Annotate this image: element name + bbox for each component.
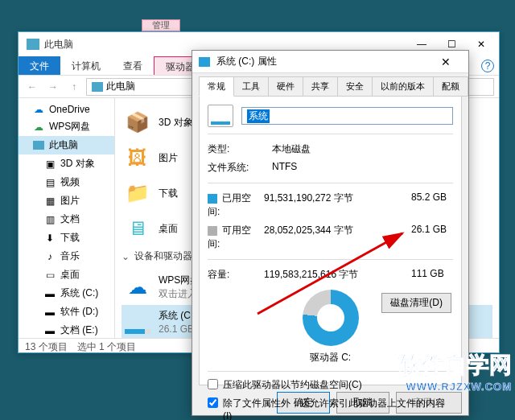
folder-icon: 📦: [123, 108, 152, 137]
close-button[interactable]: ✕: [430, 51, 462, 73]
dialog-tabs: 常规 工具 硬件 共享 安全 以前的版本 配额: [192, 73, 468, 97]
cloud-icon: ☁: [33, 104, 44, 115]
tab-security[interactable]: 安全: [337, 76, 373, 97]
cube-icon: ▣: [44, 159, 56, 170]
properties-dialog: 系统 (C:) 属性 ✕ 常规 工具 硬件 共享 安全 以前的版本 配额 系统 …: [192, 50, 469, 416]
value-used-bytes: 91,531,190,272 字节: [264, 191, 405, 219]
value-cap-bytes: 119,583,215,616 字节: [264, 268, 405, 282]
value-used-gb: 85.2 GB: [411, 191, 453, 219]
pc-icon: [27, 39, 39, 50]
desktop-icon: ▭: [44, 270, 56, 281]
sidebar-item-desktop[interactable]: ▭桌面: [19, 266, 114, 284]
folder-icon: 🖥: [123, 214, 152, 243]
music-icon: ♪: [44, 251, 56, 262]
folder-icon: 🖼: [123, 143, 152, 172]
value-free-gb: 26.1 GB: [411, 224, 453, 251]
label-capacity: 容量:: [208, 268, 258, 282]
free-swatch-icon: [208, 226, 217, 236]
tab-quota[interactable]: 配额: [433, 76, 468, 97]
sidebar-item-videos[interactable]: ▤视频: [19, 173, 114, 191]
breadcrumb-text: 此电脑: [106, 80, 135, 93]
window-controls: — ☐ ✕: [407, 39, 496, 50]
video-icon: ▤: [44, 177, 56, 188]
label-type: 类型:: [208, 142, 266, 156]
drive-icon: [123, 308, 152, 337]
sidebar-item-pictures[interactable]: ▦图片: [19, 191, 114, 210]
drive-icon: ▬: [44, 307, 56, 318]
usage-pie-chart: [303, 290, 359, 346]
sidebar-item-drive-e[interactable]: ▬文档 (E:): [19, 321, 114, 338]
drive-name-input[interactable]: 系统: [241, 107, 453, 125]
drive-icon: [208, 105, 233, 127]
drive-icon: ▬: [44, 325, 56, 336]
nav-up-button[interactable]: ↑: [65, 78, 83, 96]
used-swatch-icon: [208, 194, 217, 204]
dialog-body: 系统 类型:本地磁盘 文件系统:NTFS 已用空间: 91,531,190,27…: [199, 96, 462, 385]
cloud-icon: ☁: [33, 121, 44, 133]
tab-file[interactable]: 文件: [19, 56, 60, 75]
drive-icon: [199, 57, 210, 67]
disk-cleanup-button[interactable]: 磁盘清理(D): [381, 293, 451, 313]
sidebar-item-thispc[interactable]: 此电脑: [19, 136, 114, 154]
value-type: 本地磁盘: [272, 142, 453, 156]
tab-view[interactable]: 查看: [112, 56, 154, 75]
nav-back-button[interactable]: ←: [23, 78, 41, 96]
value-cap-gb: 111 GB: [411, 268, 453, 282]
nav-fwd-button[interactable]: →: [44, 78, 62, 96]
tab-sharing[interactable]: 共享: [303, 76, 338, 97]
window-title: 此电脑: [44, 38, 407, 51]
tab-hardware[interactable]: 硬件: [268, 76, 303, 97]
maximize-button[interactable]: ☐: [437, 39, 466, 50]
cloud-icon: ☁: [123, 273, 152, 302]
sidebar-item-3d[interactable]: ▣3D 对象: [19, 154, 114, 173]
value-free-bytes: 28,052,025,344 字节: [264, 224, 405, 251]
drive-label: 驱动器 C:: [208, 351, 453, 364]
sidebar-item-drive-c[interactable]: ▬系统 (C:): [19, 284, 114, 303]
tab-computer[interactable]: 计算机: [60, 56, 112, 75]
value-fs: NTFS: [272, 161, 453, 175]
sidebar-item-music[interactable]: ♪音乐: [19, 247, 114, 266]
sidebar-item-onedrive[interactable]: ☁OneDrive: [19, 101, 114, 117]
nav-pane: ☁OneDrive ☁WPS网盘 此电脑 ▣3D 对象 ▤视频 ▦图片 ▥文档 …: [19, 98, 115, 338]
label-fs: 文件系统:: [208, 161, 266, 175]
pc-icon: [92, 82, 103, 92]
help-icon[interactable]: ?: [481, 60, 494, 72]
tab-prev[interactable]: 以前的版本: [372, 76, 434, 97]
drive-icon: ▬: [44, 288, 56, 299]
label-free: 可用空间:: [208, 224, 258, 251]
folder-icon: 📁: [123, 179, 152, 208]
sidebar-item-documents[interactable]: ▥文档: [19, 210, 114, 229]
sidebar-item-downloads[interactable]: ⬇下载: [19, 229, 114, 247]
index-checkbox[interactable]: 除了文件属性外，还允许索引此驱动器上文件的内容(I): [208, 397, 453, 420]
status-selection: 选中 1 个项目: [77, 340, 136, 354]
label-used: 已用空间:: [208, 191, 258, 219]
sidebar-item-wps[interactable]: ☁WPS网盘: [19, 117, 114, 136]
tab-general[interactable]: 常规: [199, 76, 234, 97]
ribbon-context-tab: 管理: [142, 19, 180, 31]
pc-icon: [33, 141, 44, 150]
picture-icon: ▦: [44, 196, 56, 207]
document-icon: ▥: [44, 214, 56, 225]
close-button[interactable]: ✕: [467, 39, 496, 50]
sidebar-item-drive-d[interactable]: ▬软件 (D:): [19, 303, 114, 321]
compress-checkbox[interactable]: 压缩此驱动器以节约磁盘空间(C): [208, 378, 453, 392]
dialog-titlebar[interactable]: 系统 (C:) 属性 ✕: [192, 51, 468, 73]
tab-tools[interactable]: 工具: [233, 76, 269, 97]
download-icon: ⬇: [44, 233, 56, 244]
minimize-button[interactable]: —: [407, 39, 436, 50]
dialog-title: 系统 (C:) 属性: [216, 55, 430, 68]
status-count: 13 个项目: [25, 340, 68, 354]
